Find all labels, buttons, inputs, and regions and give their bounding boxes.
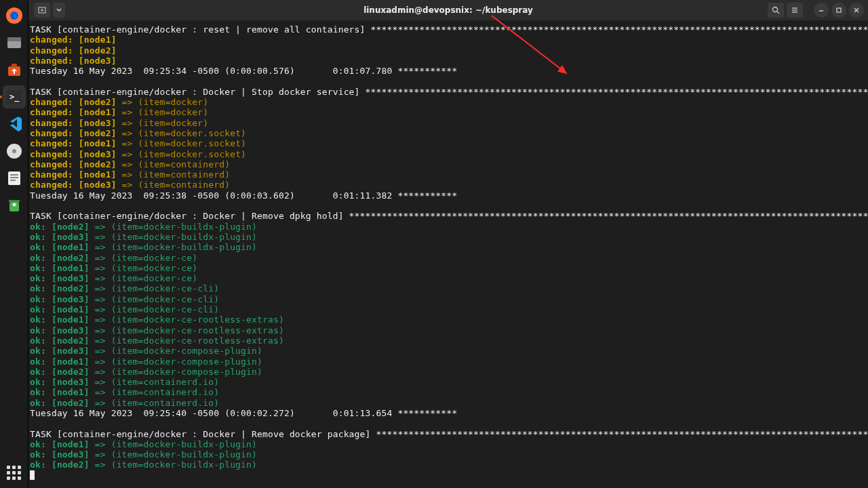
tab-dropdown-button[interactable] bbox=[53, 3, 65, 18]
files-icon[interactable] bbox=[3, 31, 26, 54]
svg-line-20 bbox=[777, 12, 779, 14]
menu-button[interactable] bbox=[787, 3, 803, 18]
terminal-icon[interactable]: >_ bbox=[3, 85, 26, 108]
close-button[interactable] bbox=[849, 3, 864, 18]
svg-text:>_: >_ bbox=[9, 92, 20, 102]
software-icon[interactable] bbox=[3, 58, 26, 81]
svg-point-1 bbox=[10, 12, 18, 20]
maximize-button[interactable] bbox=[831, 3, 846, 18]
terminal-output[interactable]: TASK [container-engine/docker : reset | … bbox=[28, 20, 868, 488]
svg-rect-5 bbox=[12, 64, 17, 67]
svg-rect-13 bbox=[10, 180, 16, 181]
search-button[interactable] bbox=[768, 3, 784, 18]
terminal-cursor bbox=[30, 470, 35, 480]
window-title: linuxadmin@devopsnix: ~/kubespray bbox=[28, 5, 868, 15]
svg-rect-11 bbox=[10, 174, 18, 176]
svg-rect-3 bbox=[7, 37, 21, 41]
show-apps-button[interactable] bbox=[3, 461, 26, 484]
svg-point-9 bbox=[12, 149, 16, 153]
titlebar: linuxadmin@devopsnix: ~/kubespray bbox=[28, 0, 868, 20]
dock: >_ bbox=[0, 0, 28, 488]
vscode-icon[interactable] bbox=[3, 113, 26, 136]
svg-rect-12 bbox=[10, 177, 18, 178]
new-tab-button[interactable] bbox=[34, 3, 50, 18]
firefox-icon[interactable] bbox=[3, 4, 26, 27]
text-editor-icon[interactable] bbox=[3, 167, 26, 190]
svg-point-19 bbox=[773, 7, 778, 12]
trash-icon[interactable] bbox=[3, 194, 26, 217]
disc-icon[interactable] bbox=[3, 140, 26, 163]
svg-rect-25 bbox=[837, 8, 841, 12]
svg-rect-15 bbox=[9, 200, 20, 202]
minimize-button[interactable] bbox=[814, 3, 829, 18]
